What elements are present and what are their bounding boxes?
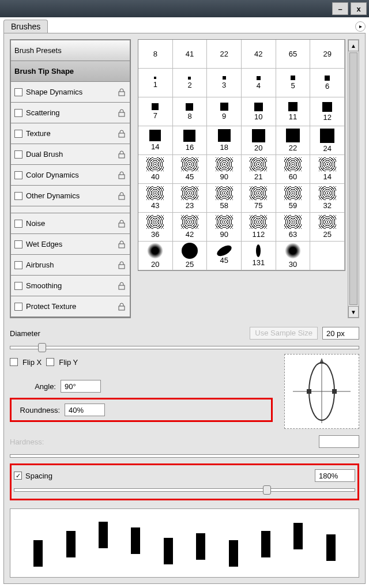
brush-cell[interactable]: 90 (207, 213, 242, 242)
angle-input[interactable]: 90° (61, 380, 101, 393)
option-checkbox[interactable] (14, 303, 22, 311)
option-checkbox[interactable] (14, 109, 22, 117)
spacing-checkbox[interactable]: ✓ (14, 472, 22, 480)
sidebar-item-tip-shape[interactable]: Brush Tip Shape (11, 61, 130, 82)
brush-cell[interactable]: 3 (207, 69, 242, 97)
brush-size-label: 22 (220, 50, 228, 58)
brush-cell[interactable]: 25 (310, 213, 345, 242)
brush-cell[interactable]: 63 (276, 213, 311, 242)
diameter-input[interactable]: 20 px (322, 327, 359, 340)
sidebar-item[interactable]: Scattering (11, 103, 130, 123)
brush-cell[interactable]: 41 (173, 40, 208, 69)
brush-cell[interactable]: 1 (138, 69, 173, 97)
label: Texture (26, 129, 51, 138)
roundness-input[interactable]: 40% (65, 404, 105, 416)
minimize-button[interactable]: – (332, 2, 348, 15)
brush-cell[interactable]: 20 (242, 126, 276, 155)
brush-cell[interactable]: 112 (242, 213, 276, 242)
slider-thumb[interactable] (263, 485, 271, 495)
flip-y-checkbox[interactable] (46, 358, 54, 366)
scroll-up-button[interactable]: ▲ (348, 40, 359, 51)
scroll-down-button[interactable]: ▼ (348, 306, 359, 318)
brush-cell[interactable]: 11 (276, 97, 311, 126)
brush-cell[interactable]: 59 (276, 184, 311, 213)
brush-cell[interactable]: 36 (138, 213, 173, 242)
brush-cell[interactable]: 30 (276, 242, 311, 270)
brush-cell[interactable]: 24 (310, 126, 345, 155)
sidebar-toggle[interactable]: Smoothing (11, 276, 130, 296)
brush-cell[interactable]: 21 (242, 155, 276, 184)
brush-cell[interactable]: 4 (242, 69, 276, 97)
flip-x-checkbox[interactable] (10, 358, 18, 366)
option-checkbox[interactable] (14, 150, 22, 159)
option-checkbox[interactable] (14, 130, 22, 138)
sidebar-item[interactable]: Color Dynamics (11, 165, 130, 186)
lock-icon (117, 88, 126, 97)
brush-cell[interactable]: 58 (207, 184, 242, 213)
brush-cell[interactable]: 131 (242, 242, 276, 270)
brush-cell[interactable]: 32 (310, 184, 345, 213)
spacing-slider[interactable] (14, 488, 355, 492)
brush-cell[interactable]: 42 (173, 213, 208, 242)
brush-cell[interactable]: 60 (276, 155, 311, 184)
brush-grid-scrollbar[interactable]: ▲ ▼ (348, 39, 359, 318)
brush-cell[interactable]: 25 (173, 242, 208, 270)
brush-size-label: 8 (153, 50, 157, 58)
brush-cell[interactable]: 8 (173, 97, 208, 126)
brush-cell[interactable]: 45 (207, 242, 242, 270)
brush-cell[interactable]: 65 (276, 40, 311, 69)
sidebar-toggle[interactable]: Noise (11, 213, 130, 234)
brush-cell[interactable]: 45 (173, 155, 208, 184)
brush-cell[interactable]: 6 (310, 69, 345, 97)
spacing-input[interactable]: 180% (315, 469, 355, 482)
sidebar-item-presets[interactable]: Brush Presets (11, 40, 130, 61)
brush-cell[interactable]: 42 (242, 40, 276, 69)
sidebar-item[interactable]: Texture (11, 123, 130, 144)
brush-cell[interactable]: 40 (138, 155, 173, 184)
option-checkbox[interactable] (14, 88, 22, 96)
brush-cell[interactable]: 7 (138, 97, 173, 126)
tab-brushes[interactable]: Brushes (3, 20, 48, 33)
sidebar-toggle[interactable]: Airbrush (11, 255, 130, 276)
brush-cell[interactable]: 18 (207, 126, 242, 155)
scroll-thumb[interactable] (349, 52, 357, 305)
brush-cell[interactable]: 14 (310, 155, 345, 184)
diameter-slider[interactable] (10, 346, 359, 349)
option-checkbox[interactable] (14, 282, 22, 290)
sidebar-item[interactable]: Shape Dynamics (11, 82, 130, 103)
option-checkbox[interactable] (14, 171, 22, 179)
sidebar-toggle[interactable]: Wet Edges (11, 234, 130, 255)
sidebar-toggle[interactable]: Protect Texture (11, 296, 130, 317)
brush-cell[interactable]: 8 (138, 40, 173, 69)
brush-cell[interactable] (310, 242, 345, 270)
brush-cell[interactable]: 29 (310, 40, 345, 69)
option-checkbox[interactable] (14, 220, 22, 228)
panel-menu-icon[interactable]: ▸ (355, 21, 366, 32)
option-checkbox[interactable] (14, 192, 22, 200)
brush-cell[interactable]: 90 (207, 155, 242, 184)
brush-size-label: 45 (220, 256, 228, 265)
angle-preview[interactable] (284, 354, 359, 429)
slider-thumb[interactable] (38, 343, 46, 352)
option-checkbox[interactable] (14, 240, 22, 248)
brush-cell[interactable]: 2 (173, 69, 208, 97)
brush-cell[interactable]: 22 (207, 40, 242, 69)
brush-cell[interactable]: 12 (310, 97, 345, 126)
close-button[interactable]: x (351, 2, 367, 15)
sidebar-item[interactable]: Dual Brush (11, 144, 130, 165)
option-checkbox[interactable] (14, 261, 22, 269)
brush-cell[interactable]: 14 (138, 126, 173, 155)
brush-cell[interactable]: 75 (242, 184, 276, 213)
brush-cell[interactable]: 43 (138, 184, 173, 213)
sidebar-item[interactable]: Other Dynamics (11, 186, 130, 206)
brush-stroke-preview (10, 508, 359, 578)
brush-cell[interactable]: 23 (173, 184, 208, 213)
brush-cell[interactable]: 5 (276, 69, 311, 97)
brush-texture-icon (284, 157, 302, 171)
brush-cell[interactable]: 20 (138, 242, 173, 270)
brush-cell[interactable]: 16 (173, 126, 208, 155)
brush-cell[interactable]: 9 (207, 97, 242, 126)
brush-preset-grid[interactable]: 8412242652912345678910111214161820222440… (138, 39, 345, 271)
brush-cell[interactable]: 10 (242, 97, 276, 126)
brush-cell[interactable]: 22 (276, 126, 311, 155)
